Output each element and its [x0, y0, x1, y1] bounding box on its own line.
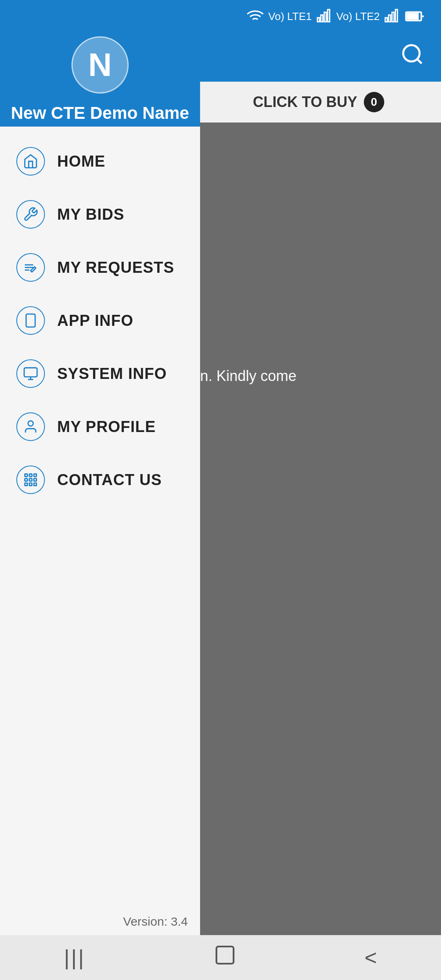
signal1-icon: [316, 8, 332, 24]
my-bids-label: MY BIDS: [57, 206, 125, 223]
my-requests-label: MY REQUESTS: [57, 259, 174, 276]
menu-item-my-requests[interactable]: MY REQUESTS: [0, 241, 200, 294]
svg-rect-3: [327, 9, 330, 22]
app-info-label: APP INFO: [57, 312, 134, 330]
drawer-header: N New CTE Demo Name: [0, 0, 200, 127]
edit-icon: [23, 260, 38, 275]
menu-item-contact-us[interactable]: CONTACT US: [0, 453, 200, 506]
drawer-menu: HOME MY BIDS MY REQUESTS: [0, 127, 200, 908]
kindly-text: n. Kindly come: [200, 368, 296, 385]
menu-item-system-info[interactable]: SYSTEM INFO: [0, 347, 200, 400]
bottom-navigation: ||| <: [0, 935, 441, 980]
gavel-icon: [23, 207, 38, 222]
svg-rect-6: [392, 12, 394, 22]
svg-rect-0: [317, 18, 319, 22]
drawer-user-name: New CTE Demo Name: [11, 103, 189, 123]
svg-rect-4: [385, 18, 387, 22]
svg-rect-29: [34, 483, 36, 486]
home-label: HOME: [57, 153, 105, 170]
svg-rect-27: [25, 483, 27, 486]
contact-us-icon-circle: [16, 466, 45, 494]
nav-home-button[interactable]: [214, 944, 236, 971]
menu-item-my-profile[interactable]: MY PROFILE: [0, 400, 200, 453]
monitor-icon: [23, 366, 38, 381]
click-to-buy-banner[interactable]: CLICK TO BUY 0: [196, 82, 441, 122]
svg-line-11: [417, 59, 422, 64]
svg-rect-21: [25, 474, 27, 477]
my-bids-icon-circle: [16, 200, 45, 229]
contact-us-label: CONTACT US: [57, 471, 162, 489]
phone-grid-icon: [23, 472, 38, 488]
avatar: N: [71, 36, 129, 94]
home-icon: [23, 154, 38, 169]
svg-rect-5: [389, 15, 391, 22]
svg-rect-2: [324, 12, 326, 22]
home-icon-circle: [16, 147, 45, 176]
version-text: Version: 3.4: [0, 908, 200, 935]
avatar-letter: N: [88, 46, 112, 84]
user-icon: [23, 419, 38, 434]
svg-point-20: [28, 421, 33, 426]
menu-item-app-info[interactable]: APP INFO: [0, 294, 200, 347]
nav-back-button[interactable]: <: [365, 945, 377, 970]
menu-item-home[interactable]: HOME: [0, 135, 200, 188]
wifi-icon: [246, 7, 264, 25]
nav-menu-button[interactable]: |||: [64, 945, 86, 970]
svg-rect-17: [24, 368, 37, 377]
svg-rect-15: [26, 314, 35, 327]
search-button[interactable]: [400, 42, 425, 72]
click-to-buy-count: 0: [364, 92, 384, 112]
battery-icon: [404, 6, 425, 27]
svg-rect-24: [25, 479, 27, 481]
svg-rect-31: [216, 947, 234, 964]
svg-rect-26: [34, 479, 36, 481]
smartphone-icon: [23, 313, 38, 328]
svg-rect-1: [321, 15, 323, 22]
lte2-label: Vo) LTE2: [336, 10, 380, 23]
right-header: [196, 33, 441, 82]
status-icons: Vo) LTE1 Vo) LTE2: [246, 6, 425, 27]
click-to-buy-label: CLICK TO BUY: [253, 94, 357, 111]
svg-rect-7: [395, 9, 397, 22]
svg-rect-28: [29, 483, 32, 486]
system-info-icon-circle: [16, 359, 45, 388]
svg-rect-22: [29, 474, 32, 477]
app-info-icon-circle: [16, 306, 45, 335]
lte1-label: Vo) LTE1: [268, 10, 312, 23]
svg-point-10: [403, 45, 420, 62]
my-profile-label: MY PROFILE: [57, 418, 156, 436]
my-profile-icon-circle: [16, 412, 45, 441]
signal2-icon: [384, 8, 400, 24]
svg-rect-23: [34, 474, 36, 477]
svg-rect-9: [407, 13, 419, 20]
menu-item-my-bids[interactable]: MY BIDS: [0, 188, 200, 241]
my-requests-icon-circle: [16, 253, 45, 282]
navigation-drawer: N New CTE Demo Name HOME MY BIDS: [0, 0, 200, 980]
svg-rect-25: [29, 479, 32, 481]
system-info-label: SYSTEM INFO: [57, 365, 167, 383]
